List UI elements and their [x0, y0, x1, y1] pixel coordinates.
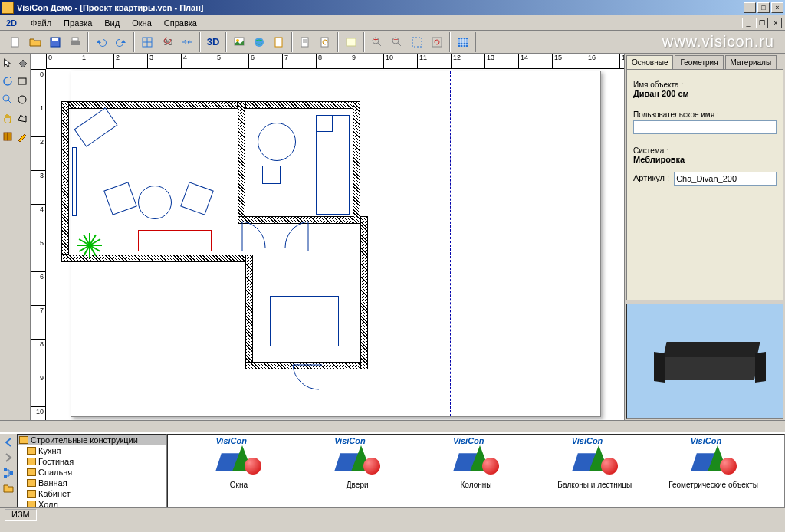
select-tool[interactable] [0, 54, 15, 72]
article-input[interactable] [674, 172, 777, 186]
ruler-tick: 11 [417, 54, 427, 68]
ruler-tick: 17 [619, 54, 624, 68]
note-button[interactable] [342, 33, 360, 51]
menu-windows[interactable]: Окна [126, 17, 158, 29]
chair[interactable] [262, 166, 281, 184]
save-button[interactable] [46, 33, 64, 51]
sofa-selected[interactable] [138, 230, 212, 251]
rect-tool[interactable] [15, 72, 31, 90]
folder-icon [27, 458, 36, 465]
catalog-tree[interactable]: Строительные конструкцииКухняГостинаяСпа… [17, 434, 167, 507]
redo-button[interactable] [112, 33, 130, 51]
catalog-item[interactable]: VisiConБалконы и лестницы [547, 438, 642, 504]
grid-toggle-button[interactable] [454, 33, 472, 51]
folder-icon [27, 501, 36, 507]
zoom-tool[interactable] [0, 90, 15, 109]
nav-fwd-icon[interactable] [2, 451, 15, 465]
maximize-button[interactable]: □ [757, 2, 770, 13]
tree-node[interactable]: Кабинет [18, 488, 166, 499]
svg-text:−: − [393, 36, 398, 44]
item-caption: Двери [310, 481, 406, 489]
menu-view[interactable]: Вид [98, 17, 126, 29]
doc-restore-button[interactable]: ❐ [756, 18, 768, 28]
doc-close-button[interactable]: × [770, 18, 782, 28]
user-name-input[interactable] [633, 120, 777, 134]
menu-edit[interactable]: Правка [57, 17, 98, 29]
svg-point-38 [18, 96, 26, 103]
watermark-url: www.visicon.ru [662, 33, 782, 51]
tree-node[interactable]: Гостиная [18, 456, 166, 467]
pan-tool[interactable] [0, 109, 15, 127]
ruler-tick: 9 [350, 54, 356, 68]
tree-node[interactable]: Ванная [18, 478, 166, 488]
ruler-tick: 4 [31, 204, 45, 213]
bed[interactable] [270, 296, 339, 346]
tab-body: Имя объекта : Диван 200 см Пользовательс… [626, 69, 783, 300]
ruler-tick: 7 [31, 305, 45, 314]
doc-button[interactable] [270, 33, 288, 51]
ruler-tick: 1 [31, 103, 45, 112]
minimize-button[interactable]: _ [744, 2, 756, 13]
tab-materials[interactable]: Материалы [725, 55, 777, 69]
zoom-window-button[interactable] [428, 33, 446, 51]
print-button[interactable] [66, 33, 84, 51]
tab-geometry[interactable]: Геометрия [675, 55, 723, 69]
object-name-label: Имя объекта : [633, 80, 777, 89]
marker-tool[interactable] [15, 127, 31, 146]
tab-general[interactable]: Основные [626, 55, 673, 70]
menu-file[interactable]: Файл [25, 17, 57, 29]
svg-text:+: + [373, 36, 378, 44]
close-button[interactable]: × [771, 2, 783, 13]
nav-back-icon[interactable] [2, 435, 15, 449]
zoom-out-button[interactable]: − [388, 33, 406, 51]
fill-tool[interactable] [15, 54, 31, 72]
drawing-canvas[interactable] [46, 69, 624, 420]
folder-icon[interactable] [2, 481, 15, 495]
tree-node[interactable]: Спальня [18, 467, 166, 478]
shelf[interactable] [72, 147, 77, 216]
ruler-tick: 13 [484, 54, 494, 68]
world-button[interactable] [250, 33, 268, 51]
circle-tool[interactable] [15, 90, 31, 109]
ruler-tick: 4 [181, 54, 187, 68]
dining-table[interactable] [258, 123, 296, 161]
tree-node[interactable]: Холл [18, 499, 166, 507]
settings-button[interactable] [316, 33, 334, 51]
plant[interactable] [78, 222, 101, 245]
tree-icon[interactable] [2, 466, 15, 480]
catalog-item[interactable]: VisiConОкна [191, 438, 287, 504]
round-table[interactable] [138, 186, 172, 219]
menu-bar: 2D Файл Правка Вид Окна Справка _ ❐ × [0, 15, 785, 31]
3d-button[interactable]: 3D [204, 33, 222, 51]
mode-2d-label[interactable]: 2D [3, 18, 20, 28]
rotate-button[interactable]: 90 [158, 33, 176, 51]
svg-line-23 [398, 43, 401, 46]
new-button[interactable] [6, 33, 25, 51]
rotate-tool[interactable] [0, 72, 15, 90]
status-bar: ИЗМ [0, 507, 785, 521]
doc-minimize-button[interactable]: _ [742, 18, 754, 28]
window-title: VisiCon Демо - [Проект квартиры.vcn - Пл… [17, 3, 744, 12]
catalog-item[interactable]: VisiConГеометрические объекты [665, 438, 761, 504]
door-tool[interactable] [0, 127, 15, 146]
export-image-button[interactable] [230, 33, 248, 51]
zoom-in-button[interactable]: + [368, 33, 386, 51]
poly-tool[interactable] [15, 109, 31, 127]
open-button[interactable] [26, 33, 44, 51]
catalog-item[interactable]: VisiConДвери [310, 438, 406, 504]
tree-label: Холл [38, 500, 58, 507]
report-button[interactable] [296, 33, 314, 51]
menu-help[interactable]: Справка [158, 17, 203, 29]
tree-node[interactable]: Кухня [18, 445, 166, 456]
grid-button[interactable] [138, 33, 156, 51]
user-name-label: Пользовательское имя : [633, 110, 777, 119]
fridge[interactable] [316, 115, 333, 132]
catalog-item[interactable]: VisiConКолонны [429, 438, 524, 504]
zoom-fit-button[interactable] [408, 33, 426, 51]
ruler-tick: 16 [586, 54, 596, 68]
svg-rect-25 [412, 38, 422, 47]
tree-node[interactable]: Строительные конструкции [18, 435, 166, 445]
flip-button[interactable] [178, 33, 196, 51]
undo-button[interactable] [92, 33, 110, 51]
horizontal-scrollbar[interactable] [0, 420, 785, 432]
